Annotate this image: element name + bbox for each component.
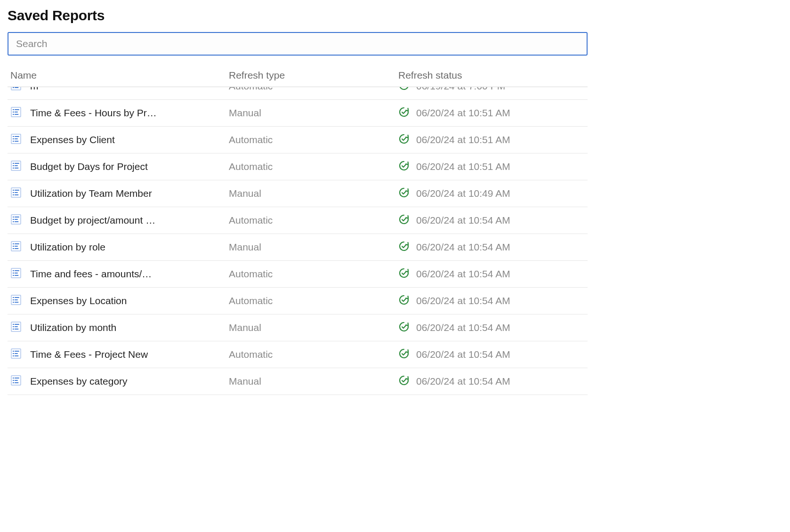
svg-rect-33 xyxy=(13,194,14,195)
refresh-status: 06/20/24 at 10:54 AM xyxy=(416,242,510,253)
name-cell: Time & Fees - Hours by Project xyxy=(8,106,229,120)
name-cell: Expenses by Location xyxy=(8,294,229,308)
svg-rect-39 xyxy=(15,219,18,220)
refresh-success-icon xyxy=(398,160,410,174)
svg-rect-53 xyxy=(15,273,18,274)
table-row[interactable]: Expenses by ClientAutomatic 06/20/24 at … xyxy=(8,127,588,153)
refresh-success-icon xyxy=(398,87,410,93)
svg-rect-75 xyxy=(13,355,14,356)
refresh-status: 06/20/24 at 10:54 AM xyxy=(416,322,510,333)
table-row[interactable]: mAutomatic 06/19/24 at 7:00 PM xyxy=(8,87,588,100)
svg-rect-10 xyxy=(13,112,14,113)
refresh-success-icon xyxy=(398,294,410,308)
report-name: Time & Fees - Project New xyxy=(30,349,148,360)
svg-rect-44 xyxy=(15,243,19,244)
name-cell: Utilization by month xyxy=(8,321,229,335)
svg-rect-76 xyxy=(15,355,18,356)
refresh-type: Automatic xyxy=(229,268,398,280)
svg-rect-83 xyxy=(15,382,18,383)
svg-rect-13 xyxy=(15,114,18,115)
table-row[interactable]: Time & Fees - Hours by ProjectManual 06/… xyxy=(8,100,588,127)
report-name: Budget by project/amount spent xyxy=(30,215,157,226)
svg-rect-22 xyxy=(13,163,14,164)
table-row[interactable]: Utilization by Team MemberManual 06/20/2… xyxy=(8,180,588,207)
report-name: Time and fees - amounts/… xyxy=(30,268,152,280)
table-row[interactable]: Time and fees - amounts/…Automatic 06/20… xyxy=(8,261,588,288)
svg-rect-24 xyxy=(13,165,14,166)
refresh-success-icon xyxy=(398,106,410,120)
svg-rect-55 xyxy=(15,275,18,276)
svg-rect-19 xyxy=(13,141,14,142)
table-row[interactable]: Budget by Days for ProjectAutomatic 06/2… xyxy=(8,153,588,180)
report-icon xyxy=(10,375,22,388)
table-row[interactable]: Utilization by monthManual 06/20/24 at 1… xyxy=(8,314,588,341)
table-row[interactable]: Utilization by roleManual 06/20/24 at 10… xyxy=(8,234,588,261)
table-row[interactable]: Time & Fees - Project NewAutomatic 06/20… xyxy=(8,341,588,368)
refresh-status: 06/20/24 at 10:54 AM xyxy=(416,295,510,306)
table-body[interactable]: mAutomatic 06/19/24 at 7:00 PM Time & Fe… xyxy=(8,87,588,398)
svg-rect-38 xyxy=(13,219,14,220)
refresh-type: Manual xyxy=(229,322,398,333)
svg-rect-48 xyxy=(15,248,18,249)
refresh-status-cell: 06/20/24 at 10:54 AM xyxy=(398,321,588,335)
svg-rect-60 xyxy=(15,299,18,300)
report-name: Utilization by month xyxy=(30,322,116,333)
table-row[interactable]: Expenses by categoryManual 06/20/24 at 1… xyxy=(8,368,588,395)
refresh-status-cell: 06/20/24 at 10:54 AM xyxy=(398,214,588,227)
name-cell: m xyxy=(8,87,229,93)
table-row[interactable]: Expenses by LocationAutomatic 06/20/24 a… xyxy=(8,288,588,314)
svg-rect-9 xyxy=(15,109,19,110)
column-header-refresh-type[interactable]: Refresh type xyxy=(229,70,398,81)
refresh-type: Automatic xyxy=(229,161,398,172)
svg-rect-47 xyxy=(13,248,14,249)
refresh-type: Automatic xyxy=(229,134,398,145)
report-icon xyxy=(10,187,22,201)
refresh-status-cell: 06/20/24 at 10:54 AM xyxy=(398,294,588,308)
refresh-status-cell: 06/20/24 at 10:51 AM xyxy=(398,160,588,174)
svg-rect-11 xyxy=(15,112,18,113)
svg-rect-23 xyxy=(15,163,19,164)
svg-rect-40 xyxy=(13,221,14,222)
report-icon xyxy=(10,348,22,362)
refresh-status-cell: 06/19/24 at 7:00 PM xyxy=(398,87,588,93)
svg-rect-62 xyxy=(15,302,18,303)
name-cell: Time & Fees - Project New xyxy=(8,348,229,362)
table-row[interactable]: Budget by project/amount spentAutomatic … xyxy=(8,207,588,234)
search-input[interactable] xyxy=(8,32,588,56)
name-cell: Expenses by Client xyxy=(8,133,229,147)
svg-rect-79 xyxy=(15,378,19,379)
column-header-name[interactable]: Name xyxy=(8,70,229,81)
svg-rect-57 xyxy=(13,297,14,298)
svg-rect-37 xyxy=(15,217,19,218)
refresh-status-cell: 06/20/24 at 10:51 AM xyxy=(398,133,588,147)
refresh-status: 06/20/24 at 10:51 AM xyxy=(416,107,510,119)
name-cell: Utilization by role xyxy=(8,241,229,254)
report-icon xyxy=(10,241,22,254)
page-title: Saved Reports xyxy=(8,8,782,24)
svg-rect-29 xyxy=(13,190,14,191)
svg-rect-25 xyxy=(15,165,18,166)
refresh-success-icon xyxy=(398,375,410,388)
svg-rect-81 xyxy=(15,380,18,381)
refresh-success-icon xyxy=(398,348,410,362)
refresh-success-icon xyxy=(398,321,410,335)
svg-rect-26 xyxy=(13,168,14,169)
svg-rect-68 xyxy=(13,329,14,330)
svg-rect-54 xyxy=(13,275,14,276)
refresh-status: 06/20/24 at 10:54 AM xyxy=(416,376,510,387)
svg-rect-64 xyxy=(13,324,14,325)
svg-rect-12 xyxy=(13,114,14,115)
report-name: Expenses by Location xyxy=(30,295,127,306)
report-icon xyxy=(10,321,22,335)
search-container xyxy=(8,32,782,56)
svg-rect-32 xyxy=(15,192,18,193)
svg-rect-15 xyxy=(13,136,14,137)
refresh-status-cell: 06/20/24 at 10:49 AM xyxy=(398,187,588,201)
column-header-refresh-status[interactable]: Refresh status xyxy=(398,70,588,81)
report-name: Utilization by role xyxy=(30,242,105,253)
svg-rect-72 xyxy=(15,351,19,352)
svg-rect-74 xyxy=(15,353,18,354)
svg-rect-43 xyxy=(13,243,14,244)
svg-rect-69 xyxy=(15,329,18,330)
reports-table: Name Refresh type Refresh status mAutoma… xyxy=(8,66,588,398)
